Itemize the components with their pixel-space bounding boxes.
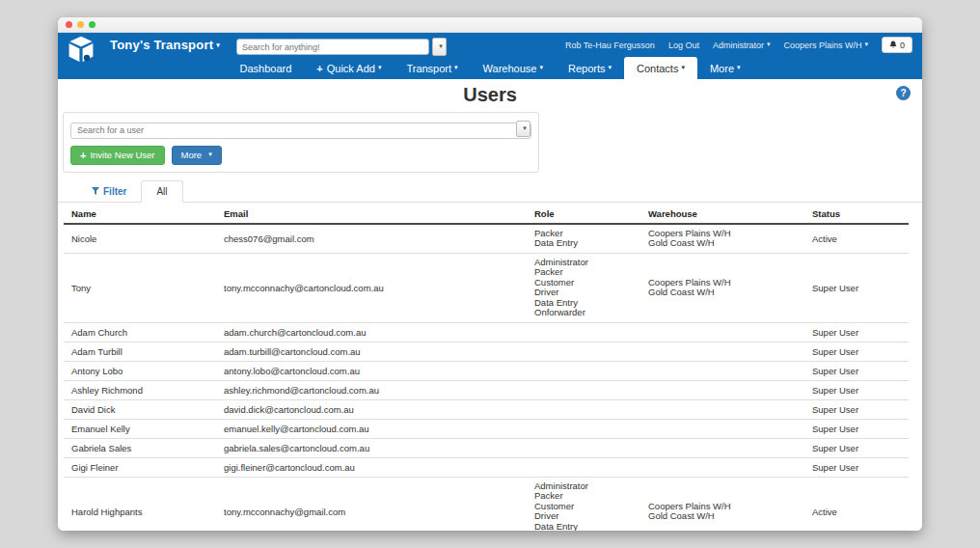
cell-status: Super User: [804, 419, 909, 438]
cell-status: Super User: [804, 342, 909, 361]
nav-item-label: Transport: [406, 63, 451, 74]
minimize-button[interactable]: [77, 21, 84, 28]
table-row[interactable]: Gabriela Sales gabriela.sales@cartonclou…: [64, 438, 909, 457]
cell-warehouse: [640, 419, 804, 438]
cell-status: Super User: [804, 380, 909, 399]
close-button[interactable]: [66, 21, 72, 28]
plus-icon: +: [80, 150, 86, 161]
invite-new-user-button[interactable]: +Invite New User: [70, 146, 165, 165]
table-row[interactable]: Adam Church adam.church@cartoncloud.com.…: [64, 322, 909, 342]
chevron-down-icon: ▾: [539, 64, 543, 71]
global-search-dropdown-button[interactable]: ▾: [432, 38, 447, 56]
more-button[interactable]: More▾: [172, 146, 222, 165]
nav-item-label: Dashboard: [239, 63, 291, 74]
cell-email: adam.turbill@cartoncloud.com.au: [216, 342, 527, 361]
nav-item-label: Contacts: [637, 63, 678, 74]
cell-warehouse: [640, 438, 804, 457]
window-titlebar: [58, 17, 922, 33]
chevron-down-icon: ▾: [216, 41, 220, 49]
cell-name: Tony: [64, 253, 216, 322]
nav-item-transport[interactable]: Transport▾: [394, 57, 470, 79]
cell-warehouse: Coopers Plains W/HGold Coast W/H: [640, 253, 804, 322]
nav-item-dashboard[interactable]: Dashboard: [227, 57, 304, 79]
chevron-down-icon: ▾: [439, 42, 443, 50]
global-search: ▾: [236, 38, 447, 56]
chevron-down-icon: ▾: [454, 64, 458, 71]
nav-item-quick-add[interactable]: +Quick Add▾: [304, 57, 394, 79]
cell-role: [527, 361, 640, 380]
table-row[interactable]: Nicole chess076@gmail.com PackerData Ent…: [64, 224, 909, 254]
table-tabs: Filter All: [58, 180, 922, 203]
table-row[interactable]: Antony Lobo antony.lobo@cartoncloud.com.…: [64, 361, 909, 380]
zoom-button[interactable]: [89, 21, 95, 28]
app-header: Tony's Transport▾ ▾ Rob Te-Hau Fergusson…: [58, 33, 922, 79]
help-icon[interactable]: ?: [896, 86, 911, 100]
cell-role: AdministratorPackerCustomerDriverData En…: [527, 253, 640, 322]
tab-all-label: All: [156, 186, 167, 197]
chevron-down-icon: ▾: [864, 41, 868, 48]
cell-status: Super User: [804, 361, 909, 380]
account-menu[interactable]: Tony's Transport▾: [110, 38, 220, 52]
cell-email: david.dick@cartoncloud.com.au: [216, 399, 527, 419]
toolbar-buttons: +Invite New User More▾: [70, 146, 531, 165]
cell-email: tony.mcconnachy@cartoncloud.com.au: [216, 253, 527, 322]
cell-warehouse: [640, 322, 804, 342]
table-row[interactable]: David Dick david.dick@cartoncloud.com.au…: [64, 399, 909, 419]
nav-item-contacts[interactable]: Contacts▾: [624, 57, 697, 79]
column-header-role: Role: [527, 205, 640, 224]
account-name-label: Tony's Transport: [110, 38, 213, 52]
page-title-row: Users ?: [58, 79, 922, 110]
tab-filter[interactable]: Filter: [77, 181, 141, 202]
nav-item-warehouse[interactable]: Warehouse▾: [471, 57, 556, 79]
logout-link[interactable]: Log Out: [668, 41, 699, 50]
cell-name: Gabriela Sales: [64, 438, 216, 457]
table-row[interactable]: Emanuel Kelly emanuel.kelly@cartoncloud.…: [64, 419, 909, 438]
cell-email: gigi.fleiner@cartoncloud.com.au: [216, 457, 527, 477]
role-menu-label: Administrator: [713, 41, 764, 50]
cell-name: Harold Highpants: [64, 477, 216, 531]
global-search-input[interactable]: [236, 39, 429, 55]
page-title: Users: [58, 84, 922, 106]
cell-status: Super User: [804, 322, 909, 342]
cell-warehouse: Coopers Plains W/HGold Coast W/H: [640, 224, 804, 254]
current-user-link[interactable]: Rob Te-Hau Fergusson: [565, 41, 655, 50]
nav-item-label: Quick Add: [327, 63, 375, 74]
cell-email: ashley.richmond@cartoncloud.com.au: [216, 380, 527, 399]
cartoncloud-logo-icon: [66, 35, 96, 64]
cell-role: [527, 380, 640, 399]
nav-item-label: Warehouse: [483, 63, 537, 74]
cell-status: Super User: [804, 438, 909, 457]
table-row[interactable]: Ashley Richmond ashley.richmond@cartoncl…: [64, 380, 909, 399]
warehouse-menu[interactable]: Coopers Plains W/H▾: [783, 41, 868, 50]
cell-role: AdministratorPackerCustomerDriverData En…: [527, 477, 640, 531]
nav-item-label: More: [710, 63, 734, 74]
user-search-input[interactable]: [70, 123, 531, 139]
cell-email: tony.mcconnachy@gmail.com: [216, 477, 527, 531]
table-header-row: Name Email Role Warehouse Status: [64, 205, 909, 224]
plus-icon: +: [316, 63, 322, 74]
bell-icon: [889, 41, 897, 49]
nav-item-label: Reports: [568, 63, 606, 74]
users-table: Name Email Role Warehouse Status Nicole …: [64, 205, 909, 532]
role-menu[interactable]: Administrator▾: [713, 41, 771, 50]
cell-name: Nicole: [64, 224, 216, 254]
notifications-button[interactable]: 0: [882, 37, 912, 53]
cell-role: [527, 322, 640, 342]
cell-email: gabriela.sales@cartoncloud.com.au: [216, 438, 527, 457]
cell-warehouse: [640, 361, 804, 380]
table-row[interactable]: Tony tony.mcconnachy@cartoncloud.com.au …: [64, 253, 909, 322]
cell-role: [527, 457, 640, 477]
cell-name: Adam Church: [64, 322, 216, 342]
chevron-down-icon: ▾: [378, 64, 382, 71]
topbar: Tony's Transport▾ ▾ Rob Te-Hau Fergusson…: [58, 33, 922, 57]
table-row[interactable]: Adam Turbill adam.turbill@cartoncloud.co…: [64, 342, 909, 361]
table-row[interactable]: Harold Highpants tony.mcconnachy@gmail.c…: [64, 477, 909, 531]
nav-item-reports[interactable]: Reports▾: [556, 57, 624, 79]
table-row[interactable]: Gigi Fleiner gigi.fleiner@cartoncloud.co…: [64, 457, 909, 477]
user-search-dropdown-button[interactable]: ▾: [516, 121, 531, 137]
tab-all[interactable]: All: [141, 180, 182, 203]
nav-item-more[interactable]: More▾: [697, 57, 753, 79]
notification-count: 0: [900, 41, 905, 50]
cell-role: [527, 419, 640, 438]
cell-role: [527, 438, 640, 457]
